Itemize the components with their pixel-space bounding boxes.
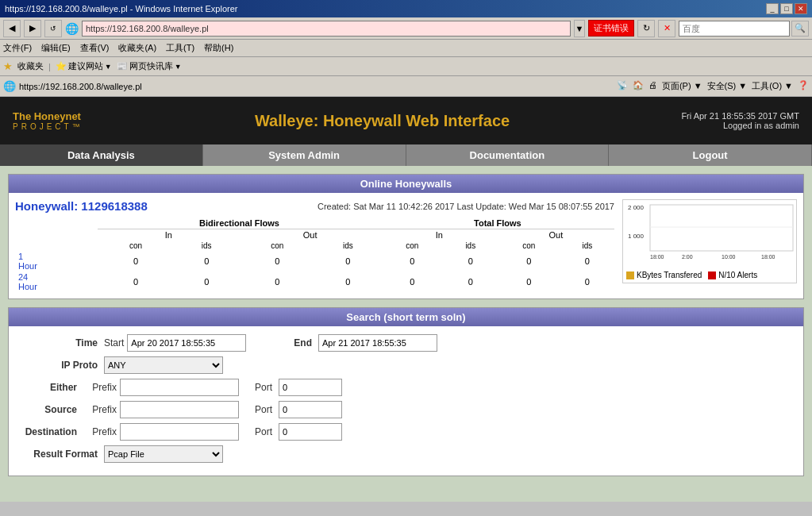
legend-alerts: N/10 Alerts (708, 271, 757, 279)
svg-text:2 000: 2 000 (628, 204, 645, 211)
page-icon: 🌐 (65, 22, 79, 35)
stats-table: Bidirectional Flows Total Flows In Out I… (15, 218, 614, 292)
minimize-button[interactable]: _ (766, 3, 779, 14)
svg-text:1 000: 1 000 (628, 233, 645, 240)
out-bidir-header: Out (239, 229, 380, 241)
source-port-input[interactable] (279, 401, 342, 418)
dest-prefix-input[interactable] (120, 423, 239, 441)
either-port-label: Port (255, 382, 272, 393)
ip-proto-select[interactable]: ANY TCP UDP ICMP (104, 356, 223, 374)
address-bar: 🌐 ▼ (65, 20, 585, 37)
close-button[interactable]: ✕ (795, 3, 807, 14)
menu-tools[interactable]: 工具(T) (166, 42, 194, 54)
source-port-label: Port (255, 404, 272, 415)
forward-button[interactable]: ▶ (24, 20, 41, 37)
menubar: 文件(F) 编辑(E) 查看(V) 收藏夹(A) 工具(T) 帮助(H) (0, 40, 812, 57)
fav-separator: | (48, 62, 51, 71)
traffic-chart: 2 000 1 000 18:00 2:00 10:00 18:00 (626, 203, 797, 267)
tab-data-analysis[interactable]: Data Analysis (0, 144, 203, 166)
suggest-dropdown-icon[interactable]: ▼ (105, 63, 112, 71)
search-input[interactable] (679, 21, 790, 37)
favorites-star-icon: ★ (3, 60, 13, 72)
start-time-input[interactable] (127, 334, 246, 352)
end-time-input[interactable] (318, 334, 437, 352)
col-ids1: ids (174, 241, 239, 251)
time-row: Time Start End (25, 334, 787, 352)
24h-con1: 0 (98, 271, 174, 292)
honeynet-title: Walleye: Honeywall Web Interface (255, 112, 510, 130)
1hour-label[interactable]: 1Hour (15, 251, 98, 271)
rss-icon[interactable]: 📡 (617, 80, 628, 92)
menu-help[interactable]: 帮助(H) (204, 42, 233, 54)
24h-con4: 0 (498, 271, 560, 292)
col-con2: con (239, 241, 315, 251)
online-honeywalls-content: Honeywall: 1129618388 Created: Sat Mar 1… (9, 193, 803, 298)
tools-menu[interactable]: 工具(O) ▼ (752, 80, 793, 92)
col-ids4: ids (560, 241, 614, 251)
back-button[interactable]: ◀ (3, 20, 21, 37)
refresh-button[interactable]: ↺ (44, 20, 62, 37)
suggest-icon: ⭐ (56, 61, 67, 71)
1h-con4: 0 (498, 251, 560, 271)
col-con1: con (98, 241, 174, 251)
chart-container: 2 000 1 000 18:00 2:00 10:00 18:00 (622, 199, 797, 283)
search-button[interactable]: 🔍 (791, 21, 809, 37)
24h-ids1: 0 (174, 271, 239, 292)
start-label: Start (104, 337, 124, 348)
total-header: Total Flows (381, 218, 614, 229)
menu-view[interactable]: 查看(V) (80, 42, 110, 54)
news-dropdown-icon[interactable]: ▼ (175, 63, 182, 71)
source-prefix-input[interactable] (120, 401, 239, 418)
favorites-suggest[interactable]: ⭐ 建议网站 ▼ (56, 60, 112, 72)
dest-prefix-label: Prefix (80, 426, 120, 437)
bidir-header: Bidirectional Flows (98, 218, 380, 229)
menu-favorites[interactable]: 收藏夹(A) (118, 42, 156, 54)
stop-btn[interactable]: ✕ (658, 20, 675, 37)
dest-port-input[interactable] (279, 423, 342, 441)
nav-toolbar: ◀ ▶ ↺ 🌐 ▼ 证书错误 ↻ ✕ 🔍 (0, 17, 812, 40)
either-prefix-input[interactable] (120, 379, 239, 396)
in-bidir-header: In (98, 229, 239, 241)
menu-file[interactable]: 文件(F) (3, 42, 32, 54)
time-label: Time (25, 337, 104, 348)
honeywall-chart: 2 000 1 000 18:00 2:00 10:00 18:00 (622, 199, 797, 283)
result-format-select[interactable]: Pcap File HTML Text (104, 445, 223, 463)
24h-con3: 0 (381, 271, 444, 292)
address-input[interactable] (82, 21, 571, 37)
browser-title: https://192.168.200.8/walleye.pl - Windo… (5, 4, 238, 13)
news-icon: 📰 (117, 61, 128, 71)
honeywall-id[interactable]: Honeywall: 1129618388 (15, 199, 148, 213)
honeywall-row: Honeywall: 1129618388 Created: Sat Mar 1… (15, 199, 797, 292)
24h-ids3: 0 (444, 271, 498, 292)
out-total-header: Out (498, 229, 614, 241)
maximize-button[interactable]: □ (780, 3, 793, 14)
favorites-label[interactable]: 收藏夹 (17, 60, 44, 72)
home-icon[interactable]: 🏠 (633, 80, 644, 92)
in-total-header: In (381, 229, 498, 241)
datetime-text: Fri Apr 21 18:55:35 2017 GMT (681, 111, 799, 121)
end-label: End (294, 337, 312, 348)
svg-text:18:00: 18:00 (761, 254, 775, 260)
online-honeywalls-section: Online Honeywalls Honeywall: 1129618388 … (8, 174, 804, 299)
1h-ids1: 0 (174, 251, 239, 271)
honeywall-stats: Honeywall: 1129618388 Created: Sat Mar 1… (15, 199, 614, 292)
help-icon[interactable]: ❓ (798, 80, 809, 92)
destination-label: Destination (25, 426, 80, 437)
security-menu[interactable]: 安全(S) ▼ (707, 80, 748, 92)
honeynet-datetime: Fri Apr 21 18:55:35 2017 GMT Logged in a… (681, 111, 799, 130)
tab-logout[interactable]: Logout (609, 144, 812, 166)
refresh-btn2[interactable]: ↻ (637, 20, 655, 37)
24hour-label[interactable]: 24Hour (15, 271, 98, 292)
addr-dropdown[interactable]: ▼ (574, 20, 585, 37)
page-menu[interactable]: 页面(P) ▼ (662, 80, 702, 92)
print-icon[interactable]: 🖨 (648, 80, 657, 92)
menu-edit[interactable]: 编辑(E) (41, 42, 71, 54)
legend-kbytes: KBytes Transfered (626, 271, 702, 279)
tab-system-admin[interactable]: System Admin (203, 144, 406, 166)
destination-row: Destination Prefix Port (25, 423, 787, 441)
favorites-news[interactable]: 📰 网页快讯库 ▼ (117, 60, 182, 72)
cert-error-badge[interactable]: 证书错误 (588, 20, 634, 37)
tab-documentation[interactable]: Documentation (406, 144, 610, 166)
svg-text:10:00: 10:00 (722, 254, 736, 260)
either-port-input[interactable] (279, 379, 342, 396)
